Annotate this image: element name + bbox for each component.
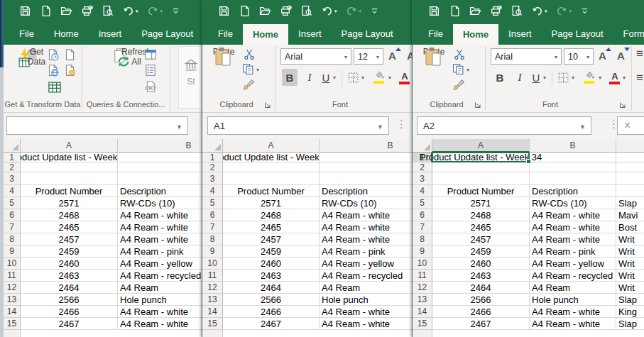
row-header[interactable]: 13 bbox=[4, 294, 21, 306]
row-header[interactable]: 4 bbox=[202, 185, 223, 197]
row-header[interactable]: 7 bbox=[202, 221, 223, 233]
clipboard-dialog-launcher-icon[interactable] bbox=[474, 101, 482, 109]
print-preview-icon[interactable] bbox=[300, 5, 312, 17]
decrease-font-size-button[interactable]: A bbox=[617, 50, 625, 62]
cell-col-a[interactable]: 2463 bbox=[432, 270, 530, 282]
font-name-combobox[interactable]: Arial ▾ bbox=[280, 48, 351, 65]
cell-col-b[interactable]: A4 Ream - recycled bbox=[320, 270, 412, 282]
cell-col-b[interactable]: A4 Ream bbox=[118, 282, 202, 294]
cell-col-b[interactable]: RW-CDs (10) bbox=[320, 197, 412, 209]
cell-col-b[interactable]: A4 Ream - white bbox=[320, 233, 412, 245]
row-header[interactable]: 2 bbox=[413, 162, 432, 172]
cell-col-a[interactable]: Product Update list - Week 32 bbox=[21, 153, 118, 162]
cell-col-a[interactable]: 2464 bbox=[432, 282, 530, 294]
fill-color-dropdown-arrow[interactable]: ▾ bbox=[599, 74, 601, 81]
undo-button[interactable]: ▾ bbox=[321, 5, 337, 17]
tab-file[interactable]: File bbox=[9, 22, 44, 45]
cell-col-b[interactable]: A4 Ream - white bbox=[530, 221, 616, 233]
cell-col-b[interactable]: A4 Ream - white bbox=[530, 318, 616, 330]
row-header[interactable]: 15 bbox=[413, 318, 432, 330]
row-header[interactable]: 11 bbox=[413, 270, 432, 282]
open-file-icon[interactable] bbox=[259, 5, 271, 17]
redo-button[interactable]: ▾ bbox=[346, 5, 362, 17]
tab-formulas[interactable]: Formulas bbox=[403, 22, 412, 45]
cell-col-c[interactable]: Slap bbox=[616, 197, 644, 209]
cell-col-a[interactable] bbox=[223, 172, 320, 185]
name-box-dropdown-arrow[interactable]: ▼ bbox=[377, 123, 383, 131]
cell-col-a[interactable]: 2571 bbox=[223, 197, 320, 209]
redo-dropdown-arrow[interactable]: ▾ bbox=[569, 9, 572, 13]
name-box[interactable]: A2 ▼ bbox=[417, 116, 591, 135]
name-box[interactable]: ▼ bbox=[6, 116, 188, 135]
copy-icon[interactable] bbox=[242, 63, 254, 75]
cell-col-a[interactable]: 2466 bbox=[21, 306, 118, 318]
row-header[interactable]: 11 bbox=[4, 270, 21, 282]
cell-col-a[interactable]: 2460 bbox=[21, 258, 118, 270]
existing-connections-icon[interactable] bbox=[63, 48, 76, 61]
cut-icon[interactable] bbox=[454, 49, 465, 60]
italic-button[interactable]: I bbox=[302, 69, 317, 86]
cell-col-a[interactable]: 2566 bbox=[223, 294, 320, 306]
cell-col-a[interactable] bbox=[21, 162, 118, 172]
cell-col-b[interactable]: A4 Ream bbox=[320, 282, 412, 294]
cell-col-a[interactable]: Product Number bbox=[432, 185, 530, 197]
row-header[interactable]: 14 bbox=[413, 306, 432, 318]
redo-button[interactable]: ▾ bbox=[556, 5, 572, 17]
row-header[interactable]: 10 bbox=[202, 258, 223, 270]
cell-col-b[interactable]: A4 Ream - white bbox=[118, 233, 202, 245]
cell-col-c[interactable]: Slap bbox=[616, 318, 644, 330]
column-header-c[interactable] bbox=[616, 139, 644, 153]
cell-col-c[interactable]: Writ bbox=[616, 233, 644, 245]
cell-col-b[interactable]: A4 Ream - white bbox=[530, 233, 616, 245]
font-color-button[interactable]: A bbox=[608, 71, 621, 85]
increase-font-size-button[interactable]: A bbox=[599, 50, 606, 62]
cell-col-c[interactable]: Writ bbox=[616, 245, 644, 258]
from-web-icon[interactable] bbox=[46, 64, 59, 77]
cell-col-b[interactable]: RW-CDs (10) bbox=[530, 197, 616, 209]
font-size-dropdown-arrow[interactable]: ▾ bbox=[376, 54, 379, 60]
select-all-corner[interactable] bbox=[202, 139, 223, 153]
undo-dropdown-arrow[interactable]: ▾ bbox=[545, 9, 547, 13]
cell-col-b[interactable]: A4 Ream - yellow bbox=[118, 258, 202, 270]
font-color-button[interactable]: A bbox=[398, 71, 411, 85]
tab-home[interactable]: Home bbox=[243, 24, 288, 45]
row-header[interactable]: 15 bbox=[4, 318, 21, 330]
cell-col-b[interactable] bbox=[320, 172, 412, 185]
tab-file[interactable]: File bbox=[418, 22, 453, 45]
undo-button[interactable]: ▾ bbox=[531, 5, 547, 17]
cell-col-b[interactable]: Hole punch bbox=[530, 294, 616, 306]
from-table-range-icon[interactable] bbox=[48, 80, 62, 94]
tab-page-layout[interactable]: Page Layout bbox=[131, 22, 202, 45]
select-all-corner[interactable] bbox=[4, 139, 21, 153]
tab-page-layout[interactable]: Page Layout bbox=[542, 22, 613, 45]
row-header[interactable]: 8 bbox=[4, 233, 21, 245]
row-header[interactable]: 10 bbox=[4, 258, 21, 270]
formula-bar-resize-gripper[interactable]: ⋮ bbox=[396, 118, 407, 131]
copy-icon[interactable] bbox=[452, 63, 464, 75]
queries-connections-icon[interactable] bbox=[144, 48, 157, 61]
increase-font-size-button[interactable]: A bbox=[388, 50, 396, 62]
row-header[interactable]: 13 bbox=[202, 294, 223, 306]
cell-col-a[interactable]: 2465 bbox=[432, 221, 530, 233]
cell-col-a[interactable]: 2467 bbox=[432, 318, 530, 330]
cell-col-b[interactable]: A4 Ream - yellow bbox=[530, 258, 616, 270]
cell-col-a[interactable]: 2457 bbox=[432, 233, 530, 245]
tab-file[interactable]: File bbox=[208, 22, 243, 45]
open-file-icon[interactable] bbox=[469, 5, 481, 17]
stocks-data-type-button[interactable]: St bbox=[178, 46, 202, 109]
cell-col-c[interactable] bbox=[616, 153, 644, 162]
cell-col-b[interactable]: A4 Ream - yellow bbox=[320, 258, 412, 270]
row-header[interactable]: 15 bbox=[202, 318, 223, 330]
cell-col-a[interactable]: 2466 bbox=[432, 306, 530, 318]
cell-col-b[interactable]: A4 Ream - white bbox=[118, 306, 202, 318]
borders-icon[interactable] bbox=[347, 72, 359, 84]
undo-dropdown-arrow[interactable]: ▾ bbox=[136, 9, 138, 13]
fill-color-button[interactable] bbox=[373, 70, 386, 84]
font-size-dropdown-arrow[interactable]: ▾ bbox=[586, 54, 589, 60]
bold-button[interactable]: B bbox=[282, 69, 298, 86]
recent-sources-icon[interactable] bbox=[46, 48, 59, 61]
cell-col-c[interactable]: Writ bbox=[616, 258, 644, 270]
row-header[interactable]: 5 bbox=[202, 197, 223, 209]
font-name-combobox[interactable]: Arial ▾ bbox=[491, 48, 562, 65]
new-file-icon[interactable] bbox=[239, 5, 251, 17]
